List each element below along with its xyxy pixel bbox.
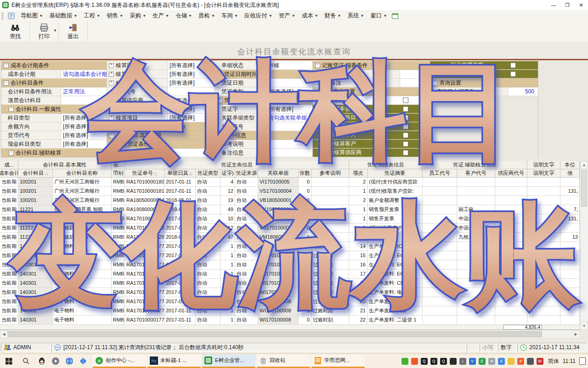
scroll-up-icon[interactable]: ▲	[580, 161, 588, 169]
checkbox[interactable]	[403, 115, 408, 121]
expand-icon[interactable]: +	[109, 133, 114, 138]
expand-icon[interactable]: +	[109, 107, 114, 112]
ime-language[interactable]: 简体	[548, 357, 559, 365]
expand-icon[interactable]: +	[217, 133, 222, 138]
table-row[interactable]: 当前期140301电子物料RMBRA170100001772017-01-11自…	[0, 270, 580, 279]
menu-item-8[interactable]: 质检▼	[195, 11, 218, 21]
horizontal-scrollbar[interactable]: ◀ ▶	[0, 330, 580, 338]
qq-icon[interactable]: Q	[430, 358, 437, 365]
qq-icon[interactable]: Q	[440, 358, 447, 365]
field-value[interactable]: 请勾选成本会计期	[61, 70, 107, 78]
field-value[interactable]	[266, 79, 313, 87]
checkbox[interactable]	[510, 71, 516, 77]
menu-item-10[interactable]: 应收应付▼	[241, 11, 276, 21]
field-value[interactable]	[400, 70, 430, 78]
field-value[interactable]	[266, 149, 313, 157]
menu-item-15[interactable]: 窗口▼	[367, 11, 390, 21]
column-header-cell[interactable]: 会计科目△	[18, 169, 53, 178]
column-header-cell[interactable]: 凭证单号△	[125, 169, 164, 178]
flame-icon[interactable]	[411, 358, 418, 365]
checkbox[interactable]	[403, 141, 408, 147]
checkbox[interactable]	[510, 63, 516, 68]
exit-button[interactable]: 退出	[59, 22, 88, 41]
table-row[interactable]: 当前期140301电子物料RMBRA170100001772017-01-11自…	[0, 316, 580, 325]
start-button[interactable]	[0, 354, 17, 368]
field-value[interactable]: [所有选择]	[168, 96, 215, 104]
field-value[interactable]	[266, 122, 313, 131]
speaker-icon[interactable]: ♪	[459, 358, 466, 365]
network-icon[interactable]: ≋	[488, 358, 495, 365]
penguin-icon[interactable]	[450, 358, 457, 365]
checkbox[interactable]	[403, 150, 408, 155]
vertical-scroll-thumb[interactable]	[581, 170, 587, 207]
qq-icon[interactable]: Q	[421, 358, 428, 365]
field-value[interactable]: [所有选择]	[61, 140, 107, 148]
wechat-icon[interactable]	[401, 358, 408, 365]
field-value[interactable]: [所有选择]	[266, 105, 313, 113]
scroll-left-icon[interactable]: ◀	[0, 330, 8, 338]
scroll-down-icon[interactable]: ▼	[580, 322, 588, 330]
field-value[interactable]: 请勾选关联单据	[266, 114, 313, 122]
menu-item-2[interactable]: 基础数据▼	[46, 11, 80, 21]
field-value[interactable]	[168, 87, 215, 96]
window-switch-icon[interactable]	[392, 13, 398, 19]
print-button[interactable]: 打印▼	[30, 22, 59, 41]
table-row[interactable]: 当前期11222应收账款(确认)RMBRA180600000282018-06-…	[0, 233, 580, 242]
menu-item-4[interactable]: 销售▼	[103, 11, 126, 21]
menu-item-11[interactable]: 资产▼	[276, 11, 299, 21]
expand-icon[interactable]: +	[109, 72, 114, 77]
collapse-icon[interactable]: -	[9, 107, 14, 112]
field-value[interactable]	[168, 149, 215, 157]
menu-item-9[interactable]: 车间▼	[218, 11, 241, 21]
collapse-icon[interactable]: -	[432, 80, 437, 86]
menu-item-6[interactable]: 生产▼	[149, 11, 172, 21]
close-button[interactable]: ✕	[574, 0, 588, 10]
table-row[interactable]: 当前期140301电子物料RMBRA170100001772017-01-11自…	[0, 297, 580, 306]
field-value[interactable]: [所有选择]	[61, 131, 107, 139]
table-row[interactable]: 当前期11221应收账款(预开票.智能RMBRA190800000012019-…	[0, 205, 580, 214]
table-row[interactable]: 当前期140301电子物料RMBRA170100001772017-01-11自…	[0, 251, 580, 260]
field-value[interactable]	[400, 79, 430, 87]
find-button[interactable]: 查找	[1, 22, 30, 41]
mcafee-icon[interactable]: M	[537, 358, 543, 365]
collapse-icon[interactable]: -	[315, 89, 320, 94]
task-xueersi[interactable]: 学而思网...	[311, 354, 365, 368]
collapse-icon[interactable]: -	[109, 142, 114, 147]
collapse-icon[interactable]: -	[315, 63, 320, 68]
checkbox[interactable]	[403, 132, 408, 138]
table-row[interactable]: 当前期100201广州天河区工商银行RMBRA170100001802017-0…	[0, 178, 580, 187]
collapse-icon[interactable]: -	[4, 63, 9, 68]
collapse-icon[interactable]: -	[9, 150, 14, 155]
minimize-button[interactable]: —	[547, 0, 560, 10]
field-value[interactable]: [所有选择]	[168, 61, 215, 69]
qq-icon[interactable]	[37, 356, 47, 366]
vertical-scrollbar[interactable]: ▲ ▼	[580, 161, 588, 330]
field-value[interactable]	[266, 140, 313, 148]
kite-icon[interactable]	[78, 356, 88, 366]
field-value[interactable]: 500	[508, 87, 538, 96]
search-icon[interactable]	[17, 354, 35, 368]
menu-item-13[interactable]: 财务▼	[322, 11, 345, 21]
keyboard-icon[interactable]	[527, 358, 534, 365]
field-value[interactable]: [所有选择]	[61, 114, 107, 122]
checkbox[interactable]	[403, 98, 408, 103]
table-row[interactable]: 当前期100201广州天河区工商银行RMBRA170100001812017-0…	[0, 187, 580, 196]
table-row[interactable]: 当前期140301电子物料RMBRA170100001772017-01-11自…	[0, 306, 580, 316]
table-row[interactable]: 当前期140301电子物料RMBRA170100001772017-01-11自…	[0, 288, 580, 297]
expand-icon[interactable]: +	[109, 63, 114, 68]
table-row[interactable]: 当前期11222应收账款(确认)RMBRA170100001882017-01-…	[0, 224, 580, 233]
table-row[interactable]: 当前期140301电子物料RMBRA170100001772017-01-11自…	[0, 242, 580, 251]
etree-tray-icon[interactable]: E	[479, 358, 486, 365]
field-value[interactable]: 正常用法	[61, 87, 107, 96]
menu-item-7[interactable]: 仓储▼	[172, 11, 195, 21]
table-row[interactable]: 当前期140301电子物料RMBRA170100001772017-01-11自…	[0, 279, 580, 288]
task-creation-center[interactable]: e创作中心 -...	[93, 354, 146, 368]
task-etree-erp[interactable]: E树企业管...	[202, 354, 255, 368]
field-value[interactable]: [所有选择]	[168, 79, 215, 87]
checkbox[interactable]	[403, 106, 408, 112]
notification-icon[interactable]	[579, 357, 586, 365]
horizontal-scroll-thumb[interactable]	[8, 331, 542, 337]
expand-icon[interactable]: +	[109, 124, 114, 129]
table-row[interactable]: 当前期140301电子物料RMBRA170100001772017-01-11自…	[0, 260, 580, 270]
player-icon[interactable]	[51, 356, 61, 366]
